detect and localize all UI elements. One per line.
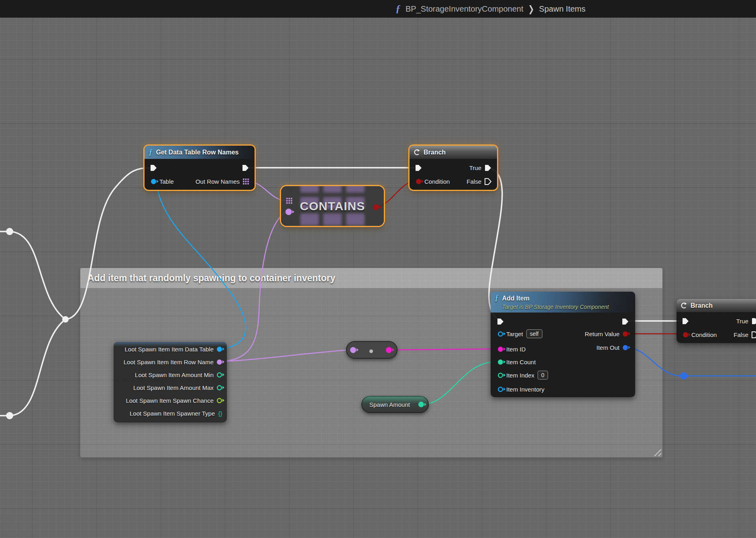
item-index-default-value[interactable]: 0 (538, 371, 548, 380)
pin-label: Item Index (506, 372, 534, 379)
object-reroute-node[interactable] (680, 372, 687, 380)
wire-exec-bottom-to-junction[interactable] (10, 319, 65, 416)
exec-out-pin[interactable] (622, 318, 629, 325)
node-subtitle: Target is BP Storage Inventory Component (502, 303, 609, 311)
item-inventory-input-pin[interactable] (498, 387, 503, 392)
node-to-string-conversion[interactable] (346, 341, 397, 359)
node-header: Branch (410, 146, 497, 159)
item-id-input-pin[interactable] (498, 347, 503, 352)
wire-rowname-to-conversion[interactable] (221, 350, 349, 361)
exec-reroute-node-bottom[interactable] (6, 412, 13, 419)
branch-icon (414, 149, 420, 156)
pin-label: Loot Spawn Item Spawn Chance (126, 397, 214, 404)
node-header: ƒ Get Data Table Row Names (145, 146, 255, 159)
pin-label: Return Value (585, 331, 619, 337)
pin-label: True (736, 318, 748, 325)
exec-in-pin[interactable] (682, 318, 689, 325)
pin-label: Target (506, 331, 523, 337)
node-add-item[interactable]: ƒ Add Item Target is BP Storage Inventor… (491, 292, 635, 397)
loot-item-data-table-pin[interactable] (217, 347, 222, 352)
branch-icon (681, 302, 687, 309)
wire-exec-junction-to-getrows[interactable] (65, 168, 153, 319)
pin-label: Loot Spawn Item Amount Min (135, 372, 214, 378)
node-branch-right[interactable]: Branch True Condition False (677, 299, 756, 343)
target-array-pin[interactable] (286, 198, 292, 204)
graph-title-bar: ƒ BP_StorageInventoryComponent ❯ Spawn I… (0, 0, 756, 18)
node-title: Get Data Table Row Names (156, 149, 239, 156)
node-spawn-amount-get[interactable]: Spawn Amount (361, 396, 429, 413)
exec-reroute-node-top[interactable] (6, 228, 13, 235)
wire-conversion-to-itemid[interactable] (393, 349, 497, 350)
loot-spawner-type-pin[interactable]: {} (218, 410, 222, 417)
return-value-output-pin[interactable] (623, 331, 628, 337)
node-title: Branch (691, 302, 713, 309)
conversion-input-pin[interactable] (350, 347, 356, 353)
node-header: Branch (677, 299, 756, 312)
node-get-data-table-row-names[interactable]: ƒ Get Data Table Row Names Table Out Row… (145, 146, 255, 190)
wire-layer (0, 0, 756, 538)
loot-amount-min-pin[interactable] (217, 372, 222, 378)
loot-amount-max-pin[interactable] (217, 385, 222, 390)
node-header: ƒ Add Item Target is BP Storage Inventor… (491, 292, 635, 313)
pin-label: False (734, 331, 748, 338)
exec-in-pin[interactable] (415, 164, 422, 171)
function-icon: ƒ (495, 294, 499, 302)
pin-label: Loot Spawn Item Spawner Type (130, 410, 215, 417)
pin-label: Out Row Names (196, 178, 240, 185)
wire-spawnamount-to-itemcount[interactable] (422, 362, 496, 404)
conversion-output-pin[interactable] (386, 347, 392, 353)
pin-label: Item Inventory (506, 386, 544, 393)
pin-label: False (467, 178, 481, 185)
pin-label: True (469, 164, 481, 171)
contains-result-pin[interactable] (373, 204, 379, 210)
node-branch-top[interactable]: Branch True Condition False (410, 146, 497, 190)
node-title: Branch (424, 149, 446, 156)
pin-label: Condition (691, 331, 717, 338)
breadcrumb-graph-name[interactable]: Spawn Items (539, 4, 586, 14)
chevron-right-icon: ❯ (528, 3, 534, 14)
node-contains[interactable]: CONTAINS (281, 186, 384, 226)
spawn-amount-output-pin[interactable] (418, 402, 424, 407)
node-title: Add Item (502, 294, 609, 303)
breadcrumb-blueprint-name[interactable]: BP_StorageInventoryComponent (406, 4, 524, 14)
exec-out-pin[interactable] (242, 164, 249, 171)
item-out-output-pin[interactable] (623, 345, 628, 350)
pin-label: Loot Spawn Item Item Row Name (124, 359, 214, 365)
wire-datatable-to-table[interactable] (157, 185, 246, 349)
false-exec-pin[interactable] (485, 178, 491, 185)
item-to-find-pin[interactable] (285, 209, 292, 215)
target-input-pin[interactable] (498, 331, 503, 337)
item-index-input-pin[interactable] (498, 373, 503, 378)
exec-wire-junction[interactable] (62, 316, 69, 323)
wire-exec-top-to-junction[interactable] (10, 231, 65, 319)
item-count-input-pin[interactable] (498, 359, 503, 365)
true-exec-pin[interactable] (485, 164, 491, 171)
pin-label: Item ID (506, 346, 526, 353)
function-icon: ƒ (149, 148, 153, 156)
pin-label: Condition (424, 178, 450, 185)
pin-label: Item Out (596, 344, 619, 351)
condition-input-pin[interactable] (416, 179, 421, 184)
function-icon: ƒ (395, 4, 401, 14)
wire-rowname-to-contains-item[interactable] (221, 212, 286, 361)
node-title: CONTAINS (281, 186, 384, 226)
collapsed-dot-icon (369, 349, 373, 353)
breadcrumb: ƒ BP_StorageInventoryComponent ❯ Spawn I… (395, 0, 585, 18)
pin-label: Item Count (506, 359, 536, 365)
table-input-pin[interactable] (151, 179, 156, 184)
false-exec-pin[interactable] (752, 331, 756, 338)
condition-input-pin[interactable] (683, 332, 688, 337)
variable-name: Spawn Amount (369, 401, 410, 408)
loot-spawn-chance-pin[interactable] (217, 398, 222, 403)
out-row-names-array-pin[interactable] (243, 179, 249, 185)
loot-item-row-name-pin[interactable] (217, 359, 222, 365)
pin-label: Table (159, 178, 174, 185)
pin-label: Loot Spawn Item Amount Max (133, 384, 214, 391)
pin-label: Loot Spawn Item Item Data Table (124, 346, 214, 353)
true-exec-pin[interactable] (752, 318, 756, 325)
exec-in-pin[interactable] (497, 318, 504, 325)
exec-in-pin[interactable] (150, 164, 157, 171)
target-default-value[interactable]: self (526, 329, 542, 338)
node-loot-spawn-item-break[interactable]: Loot Spawn Item Item Data Table Loot Spa… (114, 342, 227, 422)
blueprint-graph-canvas[interactable]: Add item that randomly spawning to conta… (0, 0, 756, 538)
